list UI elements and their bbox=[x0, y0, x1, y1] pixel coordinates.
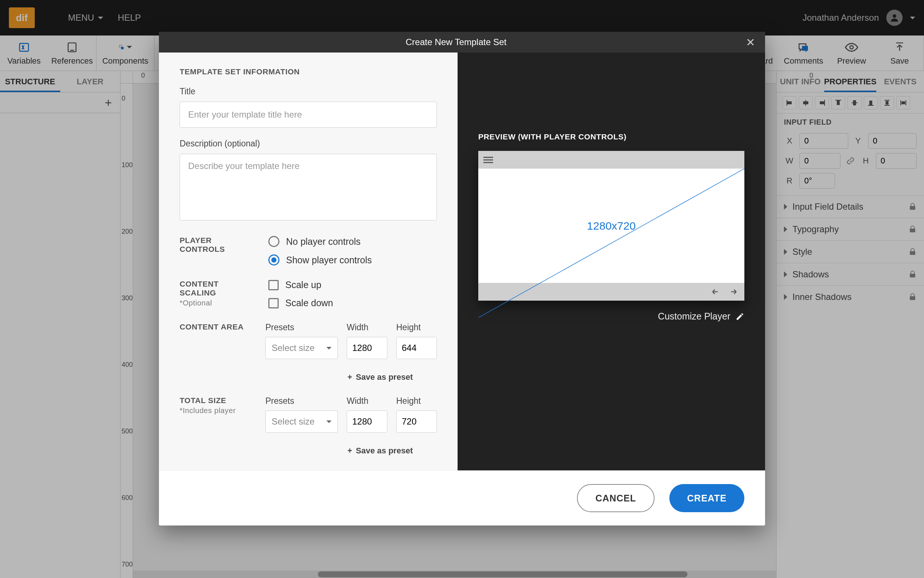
modal-overlay: Create New Template Set ✕ TEMPLATE SET I… bbox=[0, 0, 924, 578]
desc-label: Description (optional) bbox=[180, 139, 437, 149]
cancel-button[interactable]: CANCEL bbox=[577, 484, 655, 512]
caret-down-icon bbox=[326, 347, 332, 349]
content-area-label: CONTENT AREA bbox=[180, 323, 251, 382]
hamburger-icon[interactable] bbox=[484, 157, 493, 163]
width-label: Width bbox=[347, 396, 387, 406]
content-preset-select[interactable]: Select size bbox=[265, 337, 338, 359]
title-label: Title bbox=[180, 86, 437, 96]
player-content: 1280x720 bbox=[478, 169, 744, 283]
preview-dimensions: 1280x720 bbox=[587, 220, 636, 232]
total-width-input[interactable] bbox=[347, 411, 387, 433]
save-content-preset[interactable]: + Save as preset bbox=[348, 372, 437, 382]
plus-icon: + bbox=[348, 446, 352, 456]
total-height-input[interactable] bbox=[396, 411, 437, 433]
caret-down-icon bbox=[326, 421, 332, 423]
radio-show-controls[interactable]: Show player controls bbox=[268, 255, 437, 266]
close-button[interactable]: ✕ bbox=[744, 36, 756, 48]
radio-no-controls[interactable]: No player controls bbox=[268, 236, 437, 247]
title-input[interactable] bbox=[180, 102, 437, 128]
content-width-input[interactable] bbox=[347, 337, 387, 359]
checkbox-icon bbox=[268, 298, 279, 308]
modal-preview: PREVIEW (WITH PLAYER CONTROLS) 1280x720 bbox=[458, 52, 765, 470]
content-height-input[interactable] bbox=[396, 337, 437, 359]
radio-icon bbox=[268, 236, 280, 247]
presets-label: Presets bbox=[265, 323, 338, 333]
width-label: Width bbox=[347, 323, 387, 333]
modal-form: TEMPLATE SET INFORMATION Title Descripti… bbox=[159, 52, 458, 470]
svg-line-29 bbox=[478, 169, 744, 318]
check-scale-up[interactable]: Scale up bbox=[268, 279, 437, 290]
content-scaling-label: CONTENT SCALING *Optional bbox=[180, 279, 254, 308]
height-label: Height bbox=[396, 323, 437, 333]
player-preview: 1280x720 bbox=[478, 151, 744, 300]
total-preset-select[interactable]: Select size bbox=[265, 411, 338, 433]
create-button[interactable]: CREATE bbox=[669, 484, 744, 512]
plus-icon: + bbox=[348, 372, 352, 382]
presets-label: Presets bbox=[265, 396, 338, 406]
section-info-title: TEMPLATE SET INFORMATION bbox=[180, 67, 437, 76]
check-scale-down[interactable]: Scale down bbox=[268, 298, 437, 308]
create-template-modal: Create New Template Set ✕ TEMPLATE SET I… bbox=[159, 32, 765, 526]
checkbox-icon bbox=[268, 280, 279, 290]
player-topbar bbox=[478, 151, 744, 169]
diagonal-line bbox=[478, 169, 744, 318]
modal-title: Create New Template Set bbox=[168, 37, 744, 47]
save-total-preset[interactable]: + Save as preset bbox=[348, 446, 437, 456]
total-size-label: TOTAL SIZE *Includes player bbox=[180, 396, 251, 456]
radio-checked-icon bbox=[268, 255, 280, 266]
preview-title: PREVIEW (WITH PLAYER CONTROLS) bbox=[478, 132, 744, 141]
player-controls-label: PLAYER CONTROLS bbox=[180, 236, 254, 266]
modal-header: Create New Template Set ✕ bbox=[159, 32, 765, 52]
height-label: Height bbox=[396, 396, 437, 406]
modal-footer: CANCEL CREATE bbox=[159, 470, 765, 526]
desc-input[interactable] bbox=[180, 154, 437, 221]
